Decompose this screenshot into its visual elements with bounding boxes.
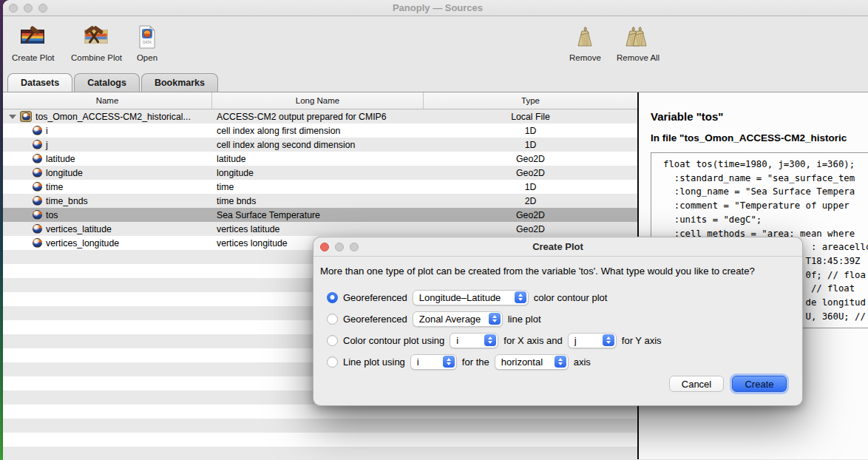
empty-table-row [3, 405, 637, 419]
empty-table-row [3, 433, 637, 447]
table-row-tos[interactable]: tos Sea Surface Temperature Geo2D [3, 208, 637, 222]
option-label: line plot [508, 314, 541, 325]
table-row-vertices_latitude[interactable]: vertices_latitude vertices latitude Geo2… [3, 222, 637, 236]
window-traffic-lights[interactable] [9, 4, 47, 13]
option-label: Georeferenced [343, 292, 407, 303]
dialog-close-button[interactable] [320, 243, 329, 251]
plot-type-option-3: Color contour plot using i for X axis an… [327, 331, 662, 350]
radio-button[interactable] [327, 335, 338, 346]
plot-type-option-1: Georeferenced Longitude–Latitude color c… [327, 288, 607, 307]
close-button[interactable] [9, 4, 18, 13]
create-plot-dialog: Create Plot More than one type of plot c… [313, 237, 803, 406]
table-row-j[interactable]: j cell index along second dimension 1D [3, 138, 637, 152]
dropdown-i[interactable]: i [450, 333, 498, 348]
toolbar-open-button[interactable]: DATA Open [135, 22, 160, 62]
option-label: for the [462, 356, 489, 368]
dialog-title: Create Plot [313, 237, 802, 257]
svg-text:DATA: DATA [143, 41, 152, 44]
variable-sphere-icon [33, 154, 42, 163]
option-label: axis [574, 356, 591, 368]
code-line: :comment = "Temperature of upper [663, 199, 868, 213]
tab-catalogs[interactable]: Catalogs [74, 73, 140, 92]
dropdown-longitude-latitude[interactable]: Longitude–Latitude [413, 290, 529, 305]
code-line: :units = "degC"; [663, 213, 868, 227]
toolbar-create-plot-button[interactable]: Create Plot [12, 22, 55, 62]
tab-datasets[interactable]: Datasets [7, 73, 72, 92]
dropdown-chevrons-icon [555, 356, 566, 368]
variable-title: Variable "tos" [651, 110, 868, 123]
plot-type-option-2: Georeferenced Zonal Average line plot [327, 309, 541, 328]
toolbar-remove-button[interactable]: Remove [569, 22, 601, 62]
table-row-time_bnds[interactable]: time_bnds time bnds 2D [3, 194, 637, 208]
option-label: for Y axis [622, 335, 662, 346]
table-row-tos_omon_access-cm2_historical[interactable]: tos_Omon_ACCESS-CM2_historical... ACCESS… [3, 109, 637, 124]
radio-button[interactable] [327, 356, 338, 368]
variable-sphere-icon [33, 168, 42, 177]
minimize-button[interactable] [24, 4, 33, 13]
dataset-file-icon [20, 111, 32, 122]
dialog-minimize-button [335, 243, 344, 251]
variable-file-subtitle: In file "tos_Omon_ACCESS-CM2_historic [651, 132, 868, 143]
variable-sphere-icon [33, 140, 42, 149]
code-line: :long_name = "Sea Surface Tempera [663, 185, 868, 199]
cancel-button[interactable]: Cancel [669, 376, 724, 392]
double-broom-icon [622, 22, 654, 52]
variable-sphere-icon [33, 182, 42, 192]
option-label: for X axis and [503, 335, 563, 346]
table-header: NameLong NameType [3, 92, 637, 109]
variable-sphere-icon [33, 196, 42, 206]
variable-sphere-icon [33, 126, 42, 135]
tab-bar: DatasetsCatalogsBookmarks [3, 70, 868, 92]
table-row-latitude[interactable]: latitude latitude Geo2D [3, 152, 637, 166]
table-row-time[interactable]: time time 1D [3, 180, 637, 194]
table-row-i[interactable]: i cell index along first dimension 1D [3, 124, 637, 138]
toolbar-combine-plot-button[interactable]: Combine Plot [71, 22, 122, 62]
disclosure-triangle-icon[interactable] [9, 115, 16, 119]
tab-bookmarks[interactable]: Bookmarks [141, 73, 218, 92]
dropdown-chevrons-icon [484, 334, 496, 346]
window-titlebar[interactable]: Panoply — Sources [3, 0, 868, 16]
column-header-type[interactable]: Type [424, 92, 637, 109]
table-row-longitude[interactable]: longitude longitude Geo2D [3, 166, 637, 180]
dropdown-chevrons-icon [515, 291, 526, 303]
dropdown-chevrons-icon [603, 334, 614, 346]
combine-plot-icon [81, 22, 113, 52]
option-label: Color contour plot using [343, 335, 444, 346]
code-line: float tos(time=1980, j=300, i=360); [663, 158, 868, 172]
variable-sphere-icon [33, 224, 42, 234]
create-button[interactable]: Create [732, 376, 787, 392]
empty-table-row [3, 419, 637, 433]
plot-type-option-4: Line plot using i for the horizontal axi… [327, 352, 591, 371]
dialog-titlebar[interactable]: Create Plot [313, 237, 802, 257]
create-plot-icon [17, 22, 50, 52]
variable-sphere-icon [33, 210, 42, 220]
zoom-button[interactable] [38, 4, 47, 13]
radio-button[interactable] [327, 292, 338, 303]
dropdown-chevrons-icon [489, 313, 501, 325]
radio-button[interactable] [327, 314, 338, 325]
code-line: :standard_name = "sea_surface_tem [663, 172, 868, 186]
dropdown-j[interactable]: j [568, 333, 617, 348]
dialog-message: More than one type of plot can be create… [320, 265, 799, 277]
column-header-name[interactable]: Name [3, 92, 212, 109]
option-label: Georeferenced [343, 314, 407, 325]
open-document-icon: DATA [135, 22, 160, 52]
window-title: Panoply — Sources [3, 0, 868, 16]
empty-table-row [3, 447, 637, 459]
dialog-buttons: Cancel Create [669, 376, 787, 392]
option-label: color contour plot [534, 292, 608, 303]
option-label: Line plot using [343, 356, 405, 368]
broom-icon [570, 22, 600, 52]
toolbar-remove-all-button[interactable]: Remove All [617, 22, 660, 62]
column-header-long-name[interactable]: Long Name [212, 92, 424, 109]
dialog-traffic-lights[interactable] [320, 243, 359, 251]
dropdown-chevrons-icon [443, 356, 455, 368]
dropdown-i[interactable]: i [410, 354, 457, 370]
toolbar: Create Plot Combine Plot DATA Open [3, 16, 868, 70]
dropdown-zonal-average[interactable]: Zonal Average [413, 311, 503, 327]
dropdown-horizontal[interactable]: horizontal [495, 354, 569, 370]
dialog-zoom-button [350, 243, 359, 251]
variable-sphere-icon [33, 238, 42, 248]
